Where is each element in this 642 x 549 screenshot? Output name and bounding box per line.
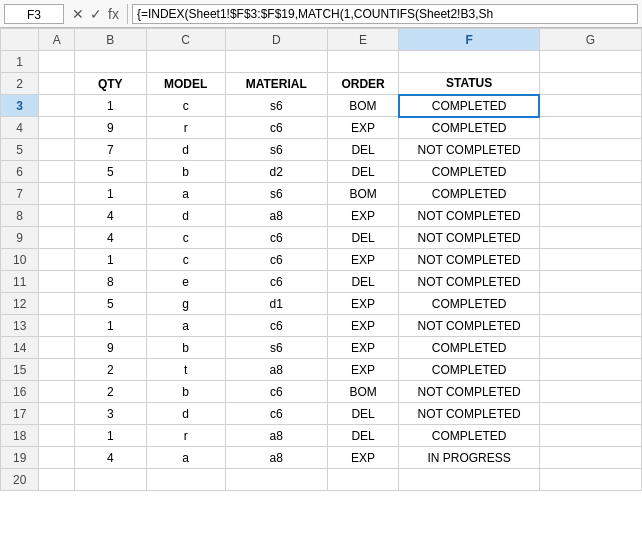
cell-a5[interactable]	[39, 139, 75, 161]
cell-f9[interactable]: NOT COMPLETED	[399, 227, 539, 249]
cell-g5[interactable]	[539, 139, 641, 161]
cell-e14[interactable]: EXP	[327, 337, 399, 359]
cell-e3[interactable]: BOM	[327, 95, 399, 117]
cell-e2[interactable]: ORDER	[327, 73, 399, 95]
cell-b13[interactable]: 1	[75, 315, 147, 337]
row-header-5[interactable]: 5	[1, 139, 39, 161]
cell-a4[interactable]	[39, 117, 75, 139]
cell-g14[interactable]	[539, 337, 641, 359]
cell-d1[interactable]	[225, 51, 327, 73]
cell-d3[interactable]: s6	[225, 95, 327, 117]
cell-f15[interactable]: COMPLETED	[399, 359, 539, 381]
cell-g4[interactable]	[539, 117, 641, 139]
confirm-icon[interactable]: ✓	[90, 6, 102, 22]
cell-f3[interactable]: COMPLETED	[399, 95, 539, 117]
cell-e6[interactable]: DEL	[327, 161, 399, 183]
cell-d15[interactable]: a8	[225, 359, 327, 381]
cell-b8[interactable]: 4	[75, 205, 147, 227]
cell-f5[interactable]: NOT COMPLETED	[399, 139, 539, 161]
cell-d7[interactable]: s6	[225, 183, 327, 205]
cell-c13[interactable]: a	[146, 315, 225, 337]
row-header-11[interactable]: 11	[1, 271, 39, 293]
cell-b4[interactable]: 9	[75, 117, 147, 139]
row-header-6[interactable]: 6	[1, 161, 39, 183]
row-header-12[interactable]: 12	[1, 293, 39, 315]
row-header-1[interactable]: 1	[1, 51, 39, 73]
cell-c6[interactable]: b	[146, 161, 225, 183]
cell-c18[interactable]: r	[146, 425, 225, 447]
col-header-c[interactable]: C	[146, 29, 225, 51]
function-icon[interactable]: fx	[108, 6, 119, 22]
cell-b11[interactable]: 8	[75, 271, 147, 293]
cell-e11[interactable]: DEL	[327, 271, 399, 293]
cell-g8[interactable]	[539, 205, 641, 227]
cell-c17[interactable]: d	[146, 403, 225, 425]
row-header-18[interactable]: 18	[1, 425, 39, 447]
cell-a7[interactable]	[39, 183, 75, 205]
cell-a8[interactable]	[39, 205, 75, 227]
col-header-g[interactable]: G	[539, 29, 641, 51]
cell-f17[interactable]: NOT COMPLETED	[399, 403, 539, 425]
cell-f10[interactable]: NOT COMPLETED	[399, 249, 539, 271]
cell-c12[interactable]: g	[146, 293, 225, 315]
cell-g1[interactable]	[539, 51, 641, 73]
cell-g15[interactable]	[539, 359, 641, 381]
row-header-3[interactable]: 3	[1, 95, 39, 117]
cell-b19[interactable]: 4	[75, 447, 147, 469]
cell-g11[interactable]	[539, 271, 641, 293]
row-header-17[interactable]: 17	[1, 403, 39, 425]
cell-a18[interactable]	[39, 425, 75, 447]
cell-c5[interactable]: d	[146, 139, 225, 161]
cell-a9[interactable]	[39, 227, 75, 249]
cell-b15[interactable]: 2	[75, 359, 147, 381]
cell-b6[interactable]: 5	[75, 161, 147, 183]
cell-g20[interactable]	[539, 469, 641, 491]
cell-a19[interactable]	[39, 447, 75, 469]
cell-b12[interactable]: 5	[75, 293, 147, 315]
cell-b10[interactable]: 1	[75, 249, 147, 271]
row-header-7[interactable]: 7	[1, 183, 39, 205]
cell-b3[interactable]: 1	[75, 95, 147, 117]
cell-b17[interactable]: 3	[75, 403, 147, 425]
cell-e13[interactable]: EXP	[327, 315, 399, 337]
cell-d9[interactable]: c6	[225, 227, 327, 249]
row-header-4[interactable]: 4	[1, 117, 39, 139]
cell-g2[interactable]	[539, 73, 641, 95]
cell-g16[interactable]	[539, 381, 641, 403]
cell-e4[interactable]: EXP	[327, 117, 399, 139]
cell-a14[interactable]	[39, 337, 75, 359]
cell-f6[interactable]: COMPLETED	[399, 161, 539, 183]
cell-d14[interactable]: s6	[225, 337, 327, 359]
cell-c1[interactable]	[146, 51, 225, 73]
col-header-f[interactable]: F	[399, 29, 539, 51]
cell-f16[interactable]: NOT COMPLETED	[399, 381, 539, 403]
cell-c7[interactable]: a	[146, 183, 225, 205]
cell-d4[interactable]: c6	[225, 117, 327, 139]
cell-c16[interactable]: b	[146, 381, 225, 403]
cell-a6[interactable]	[39, 161, 75, 183]
cell-e17[interactable]: DEL	[327, 403, 399, 425]
cell-b20[interactable]	[75, 469, 147, 491]
cell-e16[interactable]: BOM	[327, 381, 399, 403]
cell-f20[interactable]	[399, 469, 539, 491]
cell-b1[interactable]	[75, 51, 147, 73]
cell-f2[interactable]: STATUS	[399, 73, 539, 95]
cell-g19[interactable]	[539, 447, 641, 469]
row-header-16[interactable]: 16	[1, 381, 39, 403]
cell-f8[interactable]: NOT COMPLETED	[399, 205, 539, 227]
row-header-14[interactable]: 14	[1, 337, 39, 359]
row-header-13[interactable]: 13	[1, 315, 39, 337]
cell-d13[interactable]: c6	[225, 315, 327, 337]
cell-c15[interactable]: t	[146, 359, 225, 381]
cell-e15[interactable]: EXP	[327, 359, 399, 381]
cell-a11[interactable]	[39, 271, 75, 293]
cell-d8[interactable]: a8	[225, 205, 327, 227]
cell-c8[interactable]: d	[146, 205, 225, 227]
cell-a2[interactable]	[39, 73, 75, 95]
cell-b14[interactable]: 9	[75, 337, 147, 359]
cell-g18[interactable]	[539, 425, 641, 447]
cell-d17[interactable]: c6	[225, 403, 327, 425]
cell-a17[interactable]	[39, 403, 75, 425]
cell-e18[interactable]: DEL	[327, 425, 399, 447]
row-header-2[interactable]: 2	[1, 73, 39, 95]
